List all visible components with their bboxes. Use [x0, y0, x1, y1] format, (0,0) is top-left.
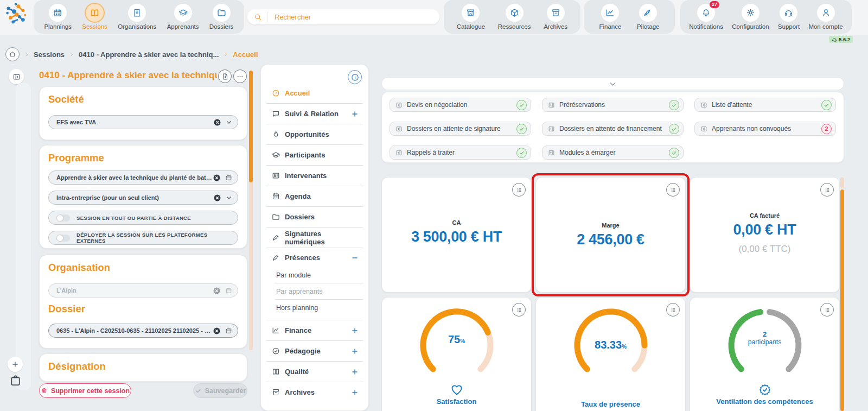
- gauge-card-satisfaction: 75% Satisfaction: [381, 297, 532, 411]
- info-button[interactable]: [348, 70, 362, 84]
- nav-dossiers[interactable]: Dossiers: [209, 4, 234, 34]
- plus-icon[interactable]: [351, 368, 359, 376]
- breadcrumb-session-title[interactable]: 0410 - Apprendre à skier avec la techniq…: [79, 50, 219, 59]
- window-icon[interactable]: [225, 327, 232, 334]
- chip-attente-signature[interactable]: Dossiers en attente de signature: [390, 122, 531, 136]
- dossier-field[interactable]: 0635 - L'Alpin - C202510-0635 - 21102025…: [48, 324, 238, 338]
- save-button[interactable]: Sauvegarder: [193, 383, 247, 398]
- nav-finance[interactable]: Finance: [599, 4, 622, 34]
- sidebar-subitem-hors-planning[interactable]: Hors planning: [261, 300, 368, 315]
- nav-plannings[interactable]: Plannings: [44, 4, 72, 34]
- notifications-badge: 27: [710, 1, 719, 8]
- plus-icon[interactable]: [351, 327, 359, 334]
- nav-mon-compte[interactable]: Mon compte: [808, 4, 843, 34]
- sidebar-item-qualite[interactable]: Qualité: [261, 362, 368, 382]
- archive-box-icon: [551, 8, 560, 17]
- chip-liste-attente[interactable]: Liste d'attente: [694, 98, 836, 112]
- toggle-session-distance[interactable]: SESSION EN TOUT OU PARTIE À DISTANCE: [48, 211, 238, 225]
- card-menu-button[interactable]: [512, 183, 526, 197]
- sidebar-subitem-par-apprenants[interactable]: Par apprenants: [261, 283, 368, 299]
- nav-configuration[interactable]: Configuration: [732, 4, 769, 34]
- card-menu-button[interactable]: [820, 303, 834, 317]
- sidebar-item-presences[interactable]: Présences: [261, 248, 368, 267]
- toggle-switch[interactable]: [56, 235, 70, 242]
- list-menu-icon: [824, 186, 831, 194]
- toggle-switch[interactable]: [56, 214, 70, 222]
- card-menu-button[interactable]: [666, 303, 680, 317]
- nav-support[interactable]: Support: [778, 4, 800, 34]
- window-icon[interactable]: [225, 287, 232, 294]
- sidebar-item-suivi-relation[interactable]: Suivi & Relation: [261, 104, 368, 124]
- search-input[interactable]: [267, 11, 433, 22]
- line-chart-icon: [605, 8, 615, 17]
- clear-icon[interactable]: [213, 327, 221, 335]
- sidebar-item-opportunites[interactable]: Opportunités: [261, 124, 368, 144]
- breadcrumb-home-button[interactable]: [5, 47, 20, 61]
- nav-organisations[interactable]: Organisations: [118, 4, 156, 34]
- chip-rappels[interactable]: Rappels à traiter: [390, 146, 531, 160]
- window-icon[interactable]: [225, 174, 232, 181]
- clear-icon[interactable]: [213, 174, 221, 182]
- page-scrollbar-thumb[interactable]: [840, 189, 844, 411]
- session-type-select[interactable]: Intra-entreprise (pour un seul client): [48, 191, 238, 205]
- sidebar-item-agenda[interactable]: Agenda: [261, 186, 368, 206]
- status-ok-icon: [669, 100, 679, 110]
- sidebar-item-pedagogie[interactable]: Pédagogie: [261, 341, 368, 361]
- app-logo[interactable]: [3, 2, 28, 27]
- collapse-filters-bar[interactable]: [381, 77, 844, 90]
- organisation-field[interactable]: L'Alpin: [48, 283, 238, 298]
- minus-icon[interactable]: [351, 254, 359, 262]
- clipboard-icon[interactable]: [9, 375, 22, 387]
- programme-field[interactable]: Apprendre à skier avec la technique du p…: [48, 170, 238, 185]
- societe-card: Société EFS avec TVA: [39, 86, 247, 140]
- clear-icon[interactable]: [213, 287, 221, 295]
- page-scrollbar-track[interactable]: [840, 178, 844, 188]
- chip-non-convoques[interactable]: Apprenants non convoqués 2: [694, 122, 836, 136]
- chevron-down-icon[interactable]: [226, 194, 232, 201]
- breadcrumb-sessions[interactable]: Sessions: [34, 50, 65, 59]
- chip-modules-emarger[interactable]: Modules à émarger: [542, 146, 684, 160]
- clear-icon[interactable]: [213, 194, 221, 202]
- chip-prereservations[interactable]: Préréservations: [542, 98, 684, 112]
- plus-icon[interactable]: [351, 110, 359, 118]
- plus-icon[interactable]: [351, 347, 359, 355]
- nav-notifications[interactable]: 27 Notifications: [689, 4, 723, 34]
- duplicate-session-button[interactable]: [218, 69, 232, 83]
- shop-icon: [466, 8, 475, 17]
- add-button[interactable]: [8, 357, 23, 372]
- nav-sessions[interactable]: Sessions: [82, 4, 107, 34]
- sidebar-item-signatures[interactable]: Signatures numériques: [261, 227, 368, 248]
- collapse-panel-button[interactable]: [9, 69, 24, 84]
- sidebar-item-intervenants[interactable]: Intervenants: [261, 166, 368, 186]
- sidebar-item-dossiers[interactable]: Dossiers: [261, 207, 368, 227]
- nav-apprenants[interactable]: Apprenants: [167, 4, 199, 34]
- chevron-down-icon[interactable]: [226, 119, 232, 125]
- badge-check-icon: [758, 383, 771, 396]
- more-actions-button[interactable]: [233, 69, 247, 83]
- sidebar-item-accueil[interactable]: Accueil: [261, 83, 368, 103]
- headset-icon: [784, 8, 793, 17]
- search-bar[interactable]: [247, 9, 439, 24]
- sidebar-item-participants[interactable]: Participants: [261, 145, 368, 165]
- nav-ressources[interactable]: Ressources: [498, 4, 531, 34]
- chip-devis-negociation[interactable]: Devis en négociation: [390, 98, 531, 112]
- sidebar-subitem-par-module[interactable]: Par module: [261, 267, 368, 283]
- card-menu-button[interactable]: [666, 183, 680, 197]
- nav-pilotage[interactable]: Pilotage: [637, 4, 660, 34]
- chip-attente-financement[interactable]: Dossiers en attente de financement: [542, 122, 684, 136]
- card-menu-button[interactable]: [820, 183, 834, 197]
- gauge-value: 83.33%: [536, 339, 685, 351]
- nav-archives[interactable]: Archives: [544, 4, 567, 34]
- clear-icon[interactable]: [213, 118, 221, 127]
- delete-session-button[interactable]: Supprimer cette session: [39, 383, 131, 398]
- toggle-deploy-external[interactable]: DÉPLOYER LA SESSION SUR LES PLATEFORMES …: [48, 231, 238, 245]
- status-ok-icon: [669, 124, 679, 134]
- societe-select[interactable]: EFS avec TVA: [48, 115, 238, 129]
- plus-icon[interactable]: [351, 389, 359, 396]
- form-scrollbar-thumb[interactable]: [249, 71, 253, 182]
- nav-catalogue[interactable]: Catalogue: [457, 4, 485, 34]
- sidebar-item-archives[interactable]: Archives: [261, 382, 368, 402]
- sidebar-item-finance[interactable]: Finance: [261, 320, 368, 340]
- rocket-icon: [643, 8, 653, 17]
- card-menu-button[interactable]: [512, 303, 526, 317]
